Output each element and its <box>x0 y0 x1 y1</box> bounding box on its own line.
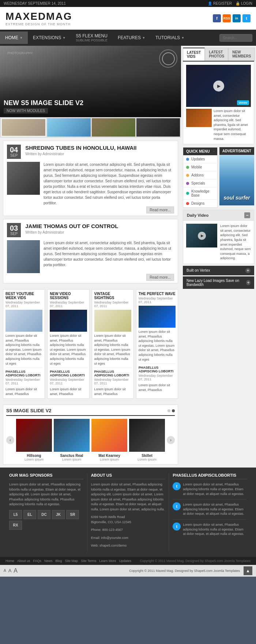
tab-latest-vids[interactable]: LATEST VIDS <box>183 48 205 61</box>
footer-link-blog[interactable]: Blog <box>56 559 62 563</box>
slide-items: Hillsong Lorem ipsum Sanctus Real Lorem … <box>16 419 165 461</box>
nav-home[interactable]: HOME ▼ <box>0 31 28 44</box>
footer-link-updates[interactable]: Updates <box>119 559 132 563</box>
thumb-item-3[interactable] <box>92 118 135 137</box>
slide-dot-2[interactable] <box>172 409 175 412</box>
slide-next-button[interactable]: › <box>167 436 175 444</box>
grid-item-3-title2: PHASELLUS ADIPISCING LOBORTI <box>94 370 131 377</box>
dot-icon <box>186 158 189 161</box>
article-1-text: Lorem ipsum dolor sit amet, consectetur … <box>44 162 174 206</box>
dot-icon <box>186 174 189 177</box>
thumb-item-4[interactable] <box>136 118 180 137</box>
quick-menu-designs[interactable]: Designs <box>183 200 217 208</box>
slide-prev-button[interactable]: ‹ <box>6 436 14 444</box>
web: Web: shape5.com/demo <box>91 543 165 548</box>
tweet-1-text: Lorem ipsum dolor sit amet, Phasellus ad… <box>183 482 247 496</box>
sponsor-logo-2: EL <box>23 510 36 519</box>
quick-menu-mobile[interactable]: Mobile <box>183 163 217 171</box>
grid-item-3: VINTAGE SIGHTINGS Wednesday September 07… <box>92 289 134 399</box>
slide-nav: ‹ Hillsong Lorem ipsum Sanctus Real Lore… <box>6 419 175 461</box>
slide-dot-1[interactable] <box>167 409 170 412</box>
slide-item-3-sub: Lorem ipsum <box>91 458 127 461</box>
linkedin-icon[interactable]: in <box>233 14 241 22</box>
article-2-title: JAMIE THOMAS OUT OF CONTROL <box>25 223 118 229</box>
read-more-button-1[interactable]: Read more... <box>146 206 174 213</box>
rss-icon[interactable]: RSS <box>223 14 231 22</box>
video-play-button[interactable] <box>213 81 224 92</box>
page-wrapper: WEDNESDAY SEPTEMBER 14, 2011 👤 REGISTER … <box>0 0 256 577</box>
font-size-large[interactable]: A <box>14 567 18 574</box>
grid-section: BEST YOUTUBE WEEK VIDS Wednesday Septemb… <box>0 286 181 402</box>
twitter-bird-icon-3: t <box>173 522 181 531</box>
font-size-small[interactable]: A <box>4 569 6 573</box>
slide-item-1: Hillsong Lorem ipsum <box>16 419 52 461</box>
expand-item-2[interactable]: New Lazy Load Images Save on Bandwidth + <box>183 276 254 289</box>
footer-link-sitemap[interactable]: Site Map <box>65 559 78 563</box>
email: Email: info@yoursite.com <box>91 536 165 541</box>
vimeo-badge: vimeo <box>237 100 249 105</box>
register-link[interactable]: 👤 REGISTER <box>208 1 232 5</box>
tab-new-members[interactable]: NEW MEMBERS <box>228 48 255 61</box>
footer-link-home[interactable]: Home <box>5 559 14 563</box>
footer-link-about[interactable]: About us <box>17 559 30 563</box>
ad-text: soul surfer <box>223 195 250 201</box>
login-link[interactable]: 🔒 LOGIN <box>236 1 252 5</box>
grid-item-1-title2: PHASELLUS ADIPISCING LOBORTI <box>5 370 42 377</box>
daily-video-play-button[interactable]: ▶ <box>198 232 206 240</box>
nav-features[interactable]: FEATURES ▼ <box>113 31 150 44</box>
sponsors-text: Lorem ipsum dolor sit amet, Phasellus ad… <box>9 482 83 507</box>
collapse-button[interactable]: − <box>244 212 250 218</box>
search-input[interactable] <box>219 34 252 42</box>
sponsor-logo-1: L5 <box>9 510 22 519</box>
video-side-thumbnail <box>186 109 212 127</box>
quick-menu-updates[interactable]: Updates <box>183 155 217 163</box>
slide-item-3-title: Mat Kearney <box>91 454 127 458</box>
left-column: PHOTOGRAPHY NEW S5 IMAGE SLIDE V2 NOW WI… <box>0 46 181 468</box>
chevron-down-icon: ▼ <box>142 36 145 40</box>
video-side-text: Lorem ipsum dolor sit amet, consectetur … <box>214 109 251 141</box>
footer-link-learn[interactable]: Learn More <box>99 559 116 563</box>
sponsor-logo-5: SR <box>66 510 79 519</box>
thumb-item-1[interactable] <box>1 118 46 137</box>
grid-item-4-text: Lorem ipsum dolor sit amet, Phasellus ad… <box>139 330 176 362</box>
video-widget: 05:07 vimeo Lorem ipsum dolor sit amet, … <box>183 62 254 144</box>
read-more-button-2[interactable]: Read more... <box>146 274 174 281</box>
grid-item-4-date: Wednesday September 07, 2011 <box>139 297 176 304</box>
thumb-item-2[interactable] <box>47 118 91 137</box>
slide-item-2-title: Sanctus Real <box>54 454 90 458</box>
expand-icon-1: + <box>245 268 251 273</box>
nav-tutorials[interactable]: TUTORIALS ▼ <box>150 31 189 44</box>
grid-divider <box>5 368 42 368</box>
video-main-thumbnail: 05:07 vimeo <box>186 65 251 107</box>
article-2-thumbnail <box>7 240 40 273</box>
quick-menu-knowledge-base[interactable]: Knowledge Base <box>183 187 217 200</box>
facebook-icon[interactable]: f <box>213 14 221 22</box>
article-1: 04 SEP SHREDING TUBES IN HONOLULU, HAWAI… <box>3 141 178 216</box>
nav-extensions[interactable]: EXTENSIONS ▼ <box>28 31 71 44</box>
about-text: Lorem ipsum dolor sit amet, Phasellus ad… <box>91 482 165 512</box>
quick-menu-addons[interactable]: Addons <box>183 171 217 179</box>
font-size-medium[interactable]: A <box>8 568 12 573</box>
slide-item-1-title: Hillsong <box>16 454 52 458</box>
twitter-icon[interactable]: t <box>242 14 251 22</box>
tweet-2-text: Lorem ipsum dolor sit amet, Phasellus ad… <box>183 502 247 516</box>
footer-link-faqs[interactable]: FAQs <box>33 559 42 563</box>
footer-link-terms[interactable]: Site Terms <box>81 559 96 563</box>
register-icon: 👤 <box>208 1 212 5</box>
back-to-top-button[interactable]: ▲ <box>244 566 252 575</box>
tab-latest-photos[interactable]: LATEST PHOTOS <box>205 48 228 61</box>
copyright-bottom: Copyright © 2011 Maxed Mag. Designed by … <box>129 569 240 573</box>
top-bar-date: WEDNESDAY SEPTEMBER 14, 2011 <box>4 1 66 5</box>
dot-icon <box>186 192 189 195</box>
daily-video-body: ▶ Lorem ipsum dolor sit amet, consectetu… <box>183 221 254 264</box>
quick-menu-specials[interactable]: Specials <box>183 179 217 187</box>
footer-col-twitter: PHASELLUS ADIPISCILOBORTIS t Lorem ipsum… <box>169 473 251 551</box>
expand-item-1[interactable]: Built on Vertex + <box>183 266 254 275</box>
nav-flex-menu[interactable]: S5 FLEX MENU SUBLIME POSSIBLE <box>71 30 113 46</box>
hero-circle-inner <box>162 52 175 65</box>
article-1-author: Written by Administrator <box>25 152 136 156</box>
top-bar-right: 👤 REGISTER 🔒 LOGIN <box>208 1 252 5</box>
article-2-body: Lorem ipsum dolor sit amet, consectetur … <box>7 240 174 273</box>
grid-item-2-date2: Wednesday September 07, 2011 <box>50 378 87 385</box>
footer-link-news[interactable]: News <box>44 559 53 563</box>
